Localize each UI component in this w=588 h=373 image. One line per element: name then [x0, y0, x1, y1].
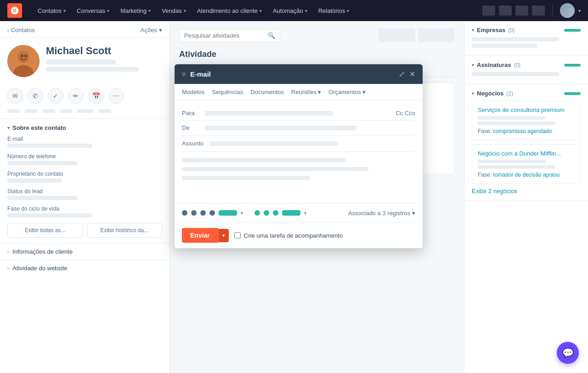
chevron-down-icon: ▾ [305, 8, 307, 13]
skeleton-row [478, 122, 555, 125]
close-button[interactable]: ✕ [409, 70, 415, 78]
show-all-button[interactable]: Exibir todas as... [7, 223, 83, 238]
chevron-down-icon[interactable]: ▾ [304, 211, 306, 216]
nav-contatos[interactable]: Contatos ▾ [33, 5, 70, 17]
subject-input[interactable] [209, 141, 338, 146]
email-from-row: De [182, 121, 415, 135]
format-dot-1[interactable] [182, 210, 187, 216]
expand-button[interactable]: ⤢ [399, 70, 405, 78]
label-item [7, 109, 20, 113]
email-toolbar-bottom: ▾ ▾ Associado a 3 registros ▾ [175, 203, 423, 222]
follow-up-label[interactable]: Crie uma tarefa de acompanhamento [244, 232, 343, 239]
format-dot-7[interactable] [273, 210, 278, 216]
send-button[interactable]: Enviar [182, 228, 218, 243]
email-action-icon[interactable]: ✉ [7, 88, 23, 104]
skeleton-row [478, 116, 546, 120]
chevron-down-icon: ▾ [107, 8, 109, 13]
contact-name: Michael Scott [46, 45, 162, 57]
format-dot-4[interactable] [209, 210, 215, 216]
more-action-icon[interactable]: ⋯ [108, 88, 124, 104]
deal-phase-2: Fase: tomador de decisão apoiou [478, 172, 575, 178]
email-body[interactable] [182, 152, 415, 198]
deal-title-2[interactable]: Negócio com a Dunder Mifflin... [478, 150, 575, 157]
modelos-tool[interactable]: Modelos [182, 89, 204, 95]
send-dropdown-button[interactable]: ▾ [218, 229, 229, 242]
email-toolbar: Modelos Sequências Documentos Reuniões ▾… [175, 84, 423, 100]
chevron-down-icon[interactable]: ▾ [241, 211, 243, 216]
right-sidebar: ▾ Empresas (0) ▾ Assinaturas (0) [464, 21, 588, 373]
sequencias-tool[interactable]: Sequências [212, 89, 243, 95]
actions-button[interactable]: Ações ▾ [141, 27, 162, 33]
contact-profile: Michael Scott [0, 38, 170, 84]
search-wrapper: 🔍 [179, 29, 280, 42]
collapse-icon[interactable]: ▿ [182, 70, 186, 78]
follow-up-check[interactable] [234, 232, 241, 239]
search-input[interactable] [184, 32, 264, 39]
to-value[interactable] [205, 111, 333, 116]
follow-up-checkbox: Crie uma tarefa de acompanhamento [234, 232, 343, 239]
nav-automacao[interactable]: Automação ▾ [268, 5, 312, 17]
chevron-down-icon: ▾ [347, 8, 349, 13]
nav-relatorios[interactable]: Relatórios ▾ [314, 5, 354, 17]
nav-icon-btn-1[interactable] [482, 6, 495, 16]
nav-conversas[interactable]: Conversas ▾ [72, 5, 114, 17]
orcamentos-tool[interactable]: Orçamentos ▾ [328, 89, 366, 95]
deal-title-1[interactable]: Serviços de consultoria premium [478, 106, 575, 113]
action-icons-row: ✉ ✆ ✓ ✏ 📅 ⋯ [0, 84, 170, 109]
skeleton-line [46, 67, 139, 72]
task-action-icon[interactable]: ✓ [48, 88, 63, 104]
filter-buttons [379, 28, 455, 42]
deals-toggle[interactable]: ▾ Negócios (2) [472, 90, 513, 97]
field-owner: Proprietário do contato [7, 171, 162, 183]
label-item [98, 109, 111, 113]
subscriptions-toggle[interactable]: ▾ Assinaturas (0) [472, 61, 520, 68]
note-action-icon[interactable]: ✏ [68, 88, 84, 104]
field-phone: Número de telefone [7, 153, 162, 165]
nav-icon-btn-4[interactable] [532, 6, 545, 16]
label-item [42, 109, 55, 113]
filter-btn-1[interactable] [379, 28, 415, 42]
hubspot-logo[interactable] [7, 3, 22, 18]
chevron-down-icon: ▾ [148, 8, 151, 13]
nav-marketing[interactable]: Marketing ▾ [116, 5, 155, 17]
documentos-tool[interactable]: Documentos [250, 89, 284, 95]
nav-atendimento[interactable]: Atendimento ao cliente ▾ [192, 5, 266, 17]
website-activity-section[interactable]: › Atividade do website [0, 260, 170, 276]
chevron-down-icon: ▾ [63, 8, 66, 13]
from-label: De [182, 124, 205, 131]
from-value[interactable] [205, 126, 356, 130]
call-action-icon[interactable]: ✆ [28, 88, 43, 104]
chat-bubble[interactable]: 💬 [557, 342, 579, 364]
chevron-down-icon: ▾ [260, 8, 262, 13]
skeleton-row [472, 72, 559, 76]
nav-icon-btn-3[interactable] [515, 6, 528, 16]
body-line [182, 167, 368, 171]
format-dot-3[interactable] [200, 210, 206, 216]
companies-toggle[interactable]: ▾ Empresas (0) [472, 27, 515, 33]
contact-info: Michael Scott [46, 45, 162, 74]
user-avatar[interactable] [560, 3, 575, 18]
breadcrumb[interactable]: ‹ Contatos [7, 27, 35, 33]
info-client-section[interactable]: › Informações de cliente [0, 243, 170, 260]
format-bar-1[interactable] [219, 210, 237, 216]
format-dot-5[interactable] [254, 210, 260, 216]
chevron-down-icon: ▾ [362, 89, 366, 95]
show-more-deals-link[interactable]: Exibir 2 negócios [472, 188, 581, 195]
meeting-action-icon[interactable]: 📅 [88, 88, 104, 104]
format-bar-2[interactable] [282, 210, 300, 216]
deal-card-2: Negócio com a Dunder Mifflin... Fase: to… [472, 144, 581, 184]
reunioes-tool[interactable]: Reuniões ▾ [291, 89, 321, 95]
nav-vendas[interactable]: Vendas ▾ [157, 5, 190, 17]
nav-icon-btn-2[interactable] [499, 6, 512, 16]
show-history-button[interactable]: Exibir histórico da... [87, 223, 163, 238]
search-icon: 🔍 [268, 32, 275, 39]
sobre-section-toggle[interactable]: ▾ Sobre este contato [7, 124, 162, 131]
format-dot-6[interactable] [264, 210, 269, 216]
filter-btn-2[interactable] [418, 28, 455, 42]
format-dot-2[interactable] [191, 210, 197, 216]
body-line [182, 176, 310, 180]
sobre-section: ▾ Sobre este contato E-mail Número de te… [0, 118, 170, 243]
svg-point-3 [21, 55, 23, 57]
cc-bcc-link[interactable]: Cc Cco [396, 110, 415, 117]
associated-link[interactable]: Associado a 3 registros ▾ [348, 210, 415, 217]
